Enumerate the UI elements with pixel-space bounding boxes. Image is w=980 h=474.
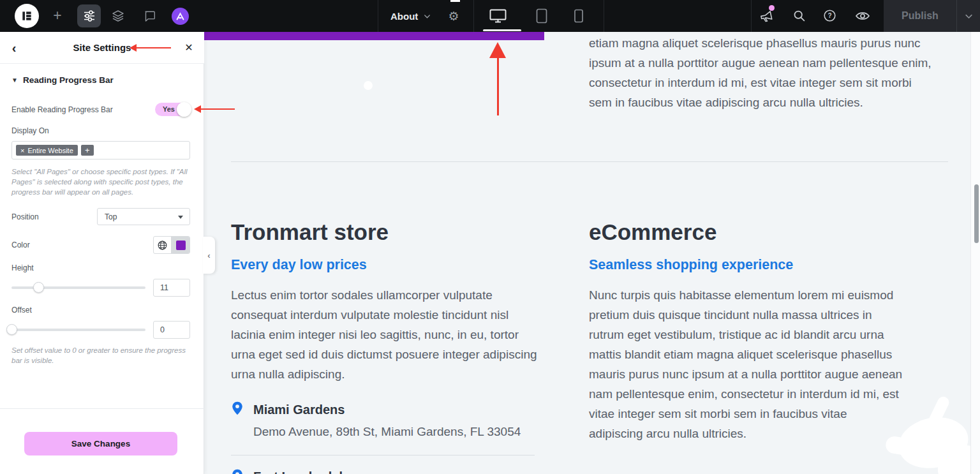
intro-paragraph: etiam magna aliquet scelerisque phasellu… xyxy=(589,33,932,112)
offset-value-input[interactable]: 0 xyxy=(153,321,190,339)
display-on-input[interactable]: × Entire Website + xyxy=(11,141,190,159)
save-changes-button[interactable]: Save Changes xyxy=(24,432,177,455)
toolbar-separator xyxy=(378,0,378,32)
about-label: About xyxy=(390,11,418,22)
color-label: Color xyxy=(11,241,30,249)
offset-slider-track[interactable] xyxy=(11,329,145,331)
publish-button[interactable]: Publish xyxy=(884,0,956,32)
location-name: Miami Gardens xyxy=(253,403,345,417)
display-on-label: Display On xyxy=(11,126,49,135)
location-divider xyxy=(231,455,535,455)
scrollbar-thumb[interactable] xyxy=(974,184,979,243)
toggle-state-label: Yes xyxy=(163,103,175,116)
color-control xyxy=(153,236,190,254)
tag-remove-icon[interactable]: × xyxy=(20,147,24,154)
astra-theme-icon[interactable] xyxy=(172,8,189,25)
elementor-logo-icon xyxy=(20,10,33,22)
panel-collapse-handle[interactable]: ‹ xyxy=(203,237,215,274)
left-column-subtitle: Every day low prices xyxy=(231,257,367,273)
device-mobile-icon[interactable] xyxy=(574,9,584,23)
location-address: Demo Avenue, 89th St, Miami Gardens, FL … xyxy=(253,425,521,439)
global-color-globe-icon[interactable] xyxy=(154,237,172,253)
notification-dot xyxy=(769,5,775,11)
structure-layers-icon[interactable] xyxy=(110,8,126,24)
footer-divider xyxy=(0,408,204,409)
annotation-arrow-toggle xyxy=(194,105,201,113)
device-desktop-icon[interactable] xyxy=(489,8,507,24)
toolbar-separator xyxy=(473,0,474,32)
publish-options-chevron[interactable] xyxy=(957,0,980,32)
close-icon[interactable]: ✕ xyxy=(181,40,197,56)
panel-title: Site Settings xyxy=(0,42,204,53)
elementor-logo[interactable] xyxy=(15,4,39,28)
color-picker-cell[interactable] xyxy=(172,237,189,253)
svg-text:?: ? xyxy=(828,12,831,19)
add-element-button[interactable]: + xyxy=(50,8,65,23)
sliders-icon xyxy=(83,10,96,22)
height-label: Height xyxy=(11,263,34,272)
top-toolbar: + xyxy=(0,0,980,32)
select-caret-icon xyxy=(178,216,183,219)
offset-label: Offset xyxy=(11,306,32,315)
tag-label: Entire Website xyxy=(27,147,73,154)
add-tag-button[interactable]: + xyxy=(81,145,94,156)
help-icon[interactable]: ? xyxy=(823,9,836,22)
section-collapse-caret[interactable]: ▼ xyxy=(11,77,18,84)
dot-decoration xyxy=(364,81,373,90)
active-device-indicator xyxy=(483,29,521,31)
color-swatch-purple[interactable] xyxy=(176,241,186,250)
position-value: Top xyxy=(105,209,117,226)
reading-progress-bar xyxy=(204,32,544,40)
toolbar-separator xyxy=(604,0,604,32)
publish-label: Publish xyxy=(902,10,939,22)
right-column-paragraph: Nunc turpis quis habitasse elementum lor… xyxy=(589,285,902,443)
toggle-knob[interactable] xyxy=(177,102,191,117)
section-divider xyxy=(231,161,948,162)
scrollbar-track[interactable] xyxy=(970,32,980,474)
publish-button-group: Publish xyxy=(884,0,980,32)
about-dropdown[interactable]: About xyxy=(390,0,431,32)
annotation-arrow-title-line xyxy=(137,47,171,48)
search-icon[interactable] xyxy=(792,9,806,22)
notes-comment-icon[interactable] xyxy=(143,10,156,23)
enable-progress-toggle[interactable]: Yes xyxy=(155,103,190,116)
right-column-title: eCommerce xyxy=(589,219,716,245)
gear-icon[interactable]: ⚙ xyxy=(446,8,461,24)
preview-eye-icon[interactable] xyxy=(855,10,870,22)
annotation-arrow-progress-line xyxy=(497,57,499,115)
height-slider-track[interactable] xyxy=(11,286,145,289)
offset-slider-knob[interactable] xyxy=(6,324,17,335)
editor-window: + xyxy=(0,0,980,474)
position-label: Position xyxy=(11,212,39,221)
site-settings-panel: ‹ Site Settings ✕ ▼ Reading Progress Bar… xyxy=(0,32,204,474)
chevron-down-icon xyxy=(423,12,431,20)
map-pin-icon xyxy=(232,401,243,415)
map-pin-icon xyxy=(232,469,243,474)
right-column-subtitle: Seamless shopping experience xyxy=(589,257,793,273)
display-on-help-text: Select "All Pages" or choose specific po… xyxy=(11,167,188,197)
left-column-paragraph: Lectus enim tortor sodales ullamcorper v… xyxy=(231,285,537,384)
enable-progress-label: Enable Reading Progress Bar xyxy=(11,105,113,114)
annotation-arrow-progress xyxy=(489,42,506,58)
annotation-arrow-title xyxy=(130,44,137,52)
annotation-arrow-toggle-line xyxy=(201,108,235,110)
offset-help-text: Set offset value to 0 or greater to ensu… xyxy=(11,345,186,366)
toolbar-separator xyxy=(751,0,752,32)
popup-remnant xyxy=(450,0,460,2)
height-slider-knob[interactable] xyxy=(33,282,44,293)
height-value-input[interactable]: 11 xyxy=(153,279,190,297)
save-changes-label: Save Changes xyxy=(71,439,130,448)
location-name: Fort Lauderdale xyxy=(253,470,350,474)
device-tablet-icon[interactable] xyxy=(535,8,548,24)
site-settings-tab-active[interactable] xyxy=(77,4,101,27)
section-title[interactable]: Reading Progress Bar xyxy=(23,75,114,85)
page-preview: etiam magna aliquet scelerisque phasellu… xyxy=(204,32,980,474)
panel-header: ‹ Site Settings ✕ xyxy=(0,32,204,64)
position-select[interactable]: Top xyxy=(97,208,190,225)
left-column-title: Tronmart store xyxy=(231,219,389,245)
tag-entire-website[interactable]: × Entire Website xyxy=(16,145,78,156)
